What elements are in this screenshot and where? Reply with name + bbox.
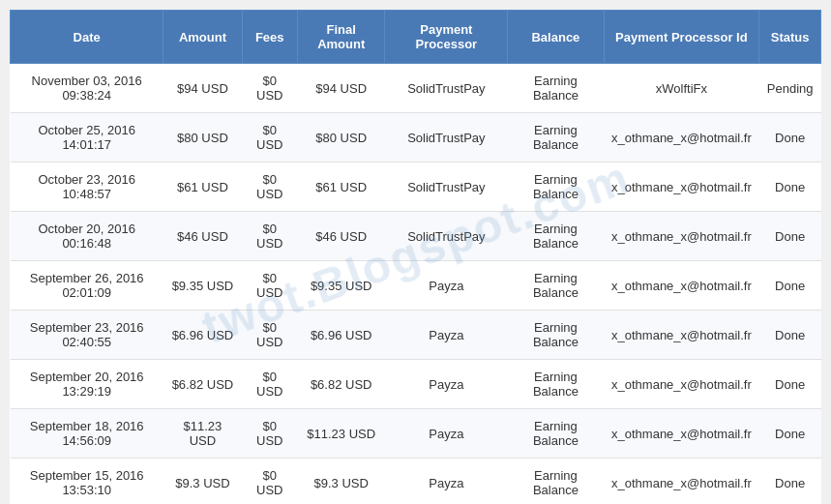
cell-payment-processor: Payza <box>385 360 508 409</box>
cell-date: September 20, 2016 13:29:19 <box>11 360 163 409</box>
cell-date: September 18, 2016 14:56:09 <box>11 409 163 459</box>
cell-date: November 03, 2016 09:38:24 <box>11 64 163 113</box>
cell-status: Done <box>759 409 821 459</box>
cell-fees: $0 USD <box>242 311 297 360</box>
cell-final-amount: $94 USD <box>297 64 384 113</box>
cell-fees: $0 USD <box>242 261 297 311</box>
cell-date: October 25, 2016 14:01:17 <box>11 113 163 163</box>
cell-payment-processor: SolidTrustPay <box>385 212 508 261</box>
cell-amount: $80 USD <box>163 113 242 163</box>
cell-processor-id: x_othmane_x@hotmail.fr <box>604 261 759 311</box>
cell-status: Done <box>759 113 821 163</box>
cell-payment-processor: SolidTrustPay <box>385 64 508 113</box>
cell-payment-processor: Payza <box>385 261 508 311</box>
cell-fees: $0 USD <box>242 64 297 113</box>
cell-fees: $0 USD <box>242 409 297 459</box>
cell-processor-id: x_othmane_x@hotmail.fr <box>604 409 759 459</box>
cell-payment-processor: SolidTrustPay <box>385 163 508 212</box>
col-final-amount: Final Amount <box>297 11 384 64</box>
col-date: Date <box>11 11 163 64</box>
cell-processor-id: x_othmane_x@hotmail.fr <box>604 163 759 212</box>
cell-balance: Earning Balance <box>508 360 604 409</box>
cell-date: September 15, 2016 13:53:10 <box>11 459 163 505</box>
col-processor-id: Payment Processor Id <box>604 11 759 64</box>
table-row: September 15, 2016 13:53:10$9.3 USD$0 US… <box>11 459 821 505</box>
table-row: September 26, 2016 02:01:09$9.35 USD$0 U… <box>11 261 821 311</box>
cell-status: Done <box>759 212 821 261</box>
cell-processor-id: x_othmane_x@hotmail.fr <box>604 360 759 409</box>
cell-final-amount: $9.3 USD <box>297 459 384 505</box>
cell-balance: Earning Balance <box>508 163 604 212</box>
cell-final-amount: $6.96 USD <box>297 311 384 360</box>
cell-balance: Earning Balance <box>508 212 604 261</box>
cell-fees: $0 USD <box>242 360 297 409</box>
cell-payment-processor: SolidTrustPay <box>385 113 508 163</box>
cell-status: Pending <box>759 64 821 113</box>
cell-final-amount: $46 USD <box>297 212 384 261</box>
cell-amount: $46 USD <box>163 212 242 261</box>
transactions-table: Date Amount Fees Final Amount Payment Pr… <box>10 10 821 504</box>
table-row: September 20, 2016 13:29:19$6.82 USD$0 U… <box>11 360 821 409</box>
cell-balance: Earning Balance <box>508 409 604 459</box>
cell-amount: $11.23 USD <box>163 409 242 459</box>
cell-status: Done <box>759 311 821 360</box>
cell-amount: $61 USD <box>163 163 242 212</box>
col-amount: Amount <box>163 11 242 64</box>
cell-processor-id: x_othmane_x@hotmail.fr <box>604 113 759 163</box>
col-payment-processor: Payment Processor <box>385 11 508 64</box>
cell-amount: $6.96 USD <box>163 311 242 360</box>
cell-date: September 23, 2016 02:40:55 <box>11 311 163 360</box>
cell-final-amount: $11.23 USD <box>297 409 384 459</box>
cell-status: Done <box>759 459 821 505</box>
table-row: September 18, 2016 14:56:09$11.23 USD$0 … <box>11 409 821 459</box>
cell-fees: $0 USD <box>242 163 297 212</box>
cell-payment-processor: Payza <box>385 311 508 360</box>
table-row: October 23, 2016 10:48:57$61 USD$0 USD$6… <box>11 163 821 212</box>
table-row: November 03, 2016 09:38:24$94 USD$0 USD$… <box>11 64 821 113</box>
cell-processor-id: xWolftiFx <box>604 64 759 113</box>
cell-status: Done <box>759 261 821 311</box>
cell-date: September 26, 2016 02:01:09 <box>11 261 163 311</box>
cell-payment-processor: Payza <box>385 409 508 459</box>
cell-fees: $0 USD <box>242 212 297 261</box>
cell-processor-id: x_othmane_x@hotmail.fr <box>604 459 759 505</box>
cell-processor-id: x_othmane_x@hotmail.fr <box>604 212 759 261</box>
cell-balance: Earning Balance <box>508 261 604 311</box>
cell-amount: $9.3 USD <box>163 459 242 505</box>
cell-amount: $94 USD <box>163 64 242 113</box>
cell-final-amount: $80 USD <box>297 113 384 163</box>
cell-payment-processor: Payza <box>385 459 508 505</box>
cell-balance: Earning Balance <box>508 64 604 113</box>
cell-fees: $0 USD <box>242 459 297 505</box>
cell-status: Done <box>759 360 821 409</box>
table-body: November 03, 2016 09:38:24$94 USD$0 USD$… <box>11 64 821 505</box>
table-header: Date Amount Fees Final Amount Payment Pr… <box>11 11 821 64</box>
table-row: October 20, 2016 00:16:48$46 USD$0 USD$4… <box>11 212 821 261</box>
header-row: Date Amount Fees Final Amount Payment Pr… <box>11 11 821 64</box>
cell-final-amount: $6.82 USD <box>297 360 384 409</box>
cell-final-amount: $9.35 USD <box>297 261 384 311</box>
table-row: September 23, 2016 02:40:55$6.96 USD$0 U… <box>11 311 821 360</box>
cell-status: Done <box>759 163 821 212</box>
cell-amount: $9.35 USD <box>163 261 242 311</box>
cell-amount: $6.82 USD <box>163 360 242 409</box>
cell-processor-id: x_othmane_x@hotmail.fr <box>604 311 759 360</box>
cell-balance: Earning Balance <box>508 113 604 163</box>
cell-fees: $0 USD <box>242 113 297 163</box>
table-row: October 25, 2016 14:01:17$80 USD$0 USD$8… <box>11 113 821 163</box>
cell-balance: Earning Balance <box>508 459 604 505</box>
col-balance: Balance <box>508 11 604 64</box>
cell-date: October 20, 2016 00:16:48 <box>11 212 163 261</box>
cell-date: October 23, 2016 10:48:57 <box>11 163 163 212</box>
col-status: Status <box>759 11 821 64</box>
cell-final-amount: $61 USD <box>297 163 384 212</box>
cell-balance: Earning Balance <box>508 311 604 360</box>
col-fees: Fees <box>242 11 297 64</box>
